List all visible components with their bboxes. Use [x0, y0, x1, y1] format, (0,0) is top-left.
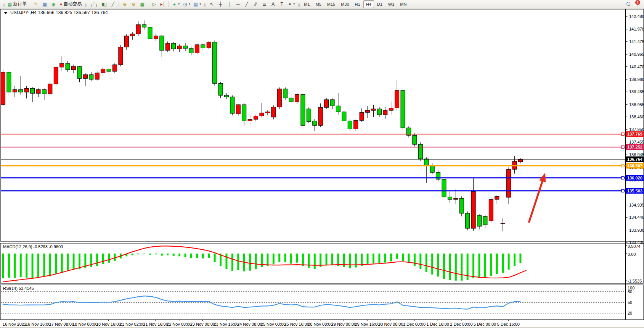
timeframe-button-m15[interactable]: M15 — [324, 0, 338, 8]
macd-histogram-bar — [337, 254, 339, 266]
crosshair-button[interactable]: ┼ — [216, 0, 225, 8]
time-axis-label: 21 Nov 02:00 — [120, 322, 145, 326]
text-label-button[interactable]: T — [278, 0, 286, 8]
time-axis-label: 24 Nov 08:00 — [237, 322, 262, 326]
new-order-button[interactable]: ▤新订单 — [6, 0, 28, 8]
chevron-down-icon[interactable]: ▾ — [189, 2, 190, 6]
macd-histogram-bar — [73, 254, 75, 270]
tile-windows-button[interactable]: ▦ — [138, 0, 146, 8]
price-tick-label: 137.455 — [629, 140, 644, 144]
timeframe-button-w1[interactable]: W1 — [385, 0, 397, 8]
equidistant-channel-button[interactable]: ⫻ — [251, 0, 260, 8]
candle — [260, 113, 264, 116]
macd-histogram-bar — [314, 254, 316, 269]
line-handle[interactable] — [622, 146, 624, 149]
auto-scroll-button[interactable]: ▷ — [150, 0, 158, 8]
timeframe-button-h1[interactable]: H1 — [352, 0, 363, 8]
zoom-out-button[interactable]: ⊖ — [129, 0, 138, 8]
chevron-down-icon[interactable]: ▾ — [293, 2, 295, 6]
macd-histogram-bar — [14, 254, 16, 278]
vertical-line-button[interactable]: │ — [225, 0, 233, 8]
fibonacci-button[interactable]: ≣ — [260, 0, 268, 8]
candle — [348, 121, 352, 129]
macd-histogram-bar — [514, 254, 516, 266]
autotrading-button[interactable]: ●自动交易 — [58, 0, 83, 8]
macd-histogram-bar — [20, 254, 22, 277]
periods-button[interactable]: ◷▾ — [181, 0, 192, 8]
metaeditor-button[interactable]: ✎ — [32, 0, 40, 8]
macd-histogram-bar — [26, 254, 27, 278]
candle — [507, 170, 511, 197]
macd-histogram-bar — [361, 254, 363, 266]
candle — [354, 120, 358, 129]
candle — [418, 144, 422, 159]
chat-button[interactable]: 1 — [634, 1, 639, 8]
line-handle[interactable] — [622, 189, 624, 192]
chevron-down-icon[interactable]: ▾ — [199, 2, 201, 6]
time-axis-label: 2 Dec 08:00 — [450, 322, 472, 326]
candle — [24, 88, 29, 92]
macd-histogram-bar — [37, 254, 39, 278]
price-tick-label: 134.440 — [629, 215, 644, 220]
price-tick-label: 139.960 — [629, 77, 644, 82]
notification-badge: 1 — [635, 0, 640, 5]
toolbar-separator — [169, 1, 169, 7]
time-axis-label: 5 Dec 16:00 — [497, 322, 520, 326]
macd-histogram-bar — [426, 254, 427, 272]
macd-histogram-bar — [296, 254, 298, 263]
macd-histogram-bar — [190, 254, 192, 258]
macd-histogram-bar — [472, 254, 474, 278]
timeframe-button-h4[interactable]: H4 — [363, 0, 374, 8]
candle — [383, 110, 387, 115]
macd-histogram-bar — [173, 254, 175, 256]
candle — [448, 197, 452, 200]
search-icon — [626, 2, 631, 6]
main-toolbar: ▤新订单✎▦◉●自动交易╷╵╷▮▯╱⊕⊖▦▷▸│＋▾◷▾▤▾↖┼│─╱⫻≣AT✦… — [0, 0, 644, 8]
chart-shift-button[interactable]: ▸│ — [159, 0, 167, 8]
vertical-line-icon: │ — [228, 2, 231, 6]
candle — [254, 116, 258, 119]
indicators-button[interactable]: ＋▾ — [170, 0, 181, 8]
bar-chart-type-button[interactable]: ╷╵╷ — [88, 0, 100, 8]
candlestick-type-button[interactable]: ▮▯ — [100, 0, 108, 8]
candle — [89, 74, 93, 79]
timeframe-button-m1[interactable]: M1 — [301, 0, 312, 8]
line-chart-type-button[interactable]: ╱ — [109, 0, 117, 8]
signals-button[interactable]: ◉ — [49, 0, 58, 8]
arrows-button[interactable]: ✦▾ — [286, 0, 296, 8]
line-handle[interactable] — [622, 164, 624, 167]
chevron-down-icon[interactable]: ▾ — [178, 2, 180, 6]
candle — [501, 223, 505, 224]
candle — [330, 100, 334, 106]
search-button[interactable] — [626, 1, 631, 8]
macd-histogram-bar — [273, 254, 275, 264]
text-button[interactable]: A — [269, 0, 277, 8]
line-handle[interactable] — [622, 176, 624, 179]
macd-histogram-bar — [367, 254, 369, 264]
horizontal-line-button[interactable]: ─ — [234, 0, 242, 8]
new-order-label: 新订单 — [13, 1, 27, 7]
toolbar-separator — [119, 1, 119, 7]
toolbar-grip — [297, 1, 300, 7]
timeframe-button-m5[interactable]: M5 — [313, 0, 324, 8]
metaeditor-icon: ✎ — [34, 2, 38, 6]
price-tick-label: 133.930 — [629, 228, 644, 233]
timeframe-button-m30[interactable]: M30 — [338, 0, 352, 8]
cursor-button[interactable]: ↖ — [207, 0, 216, 8]
price-tick-label: 141.970 — [629, 27, 644, 31]
zoom-in-button[interactable]: ⊕ — [120, 0, 129, 8]
candle — [124, 36, 128, 47]
macd-histogram-bar — [202, 254, 204, 259]
candle — [136, 25, 140, 34]
templates-button[interactable]: ▤▾ — [192, 0, 202, 8]
line-handle[interactable] — [622, 133, 624, 136]
trendline-button[interactable]: ╱ — [243, 0, 251, 8]
macd-histogram-bar — [308, 254, 310, 268]
macd-histogram-bar — [96, 254, 98, 266]
market-watch-button[interactable]: ▦ — [40, 0, 49, 8]
timeframe-button-mn[interactable]: MN — [397, 0, 409, 8]
price-tick-label: 141.475 — [629, 39, 644, 44]
auto-scroll-icon: ▷ — [153, 2, 156, 6]
timeframe-button-d1[interactable]: D1 — [374, 0, 385, 8]
candle — [313, 121, 317, 126]
